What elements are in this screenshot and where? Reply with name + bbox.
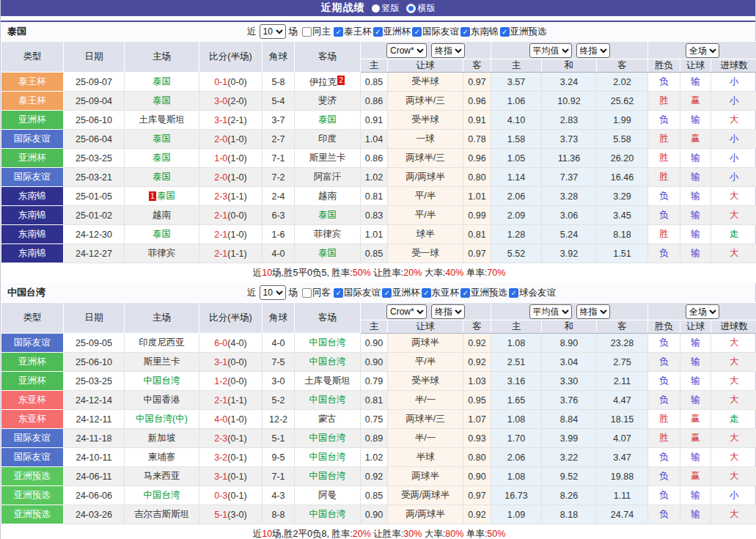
competition-badge: 国际友谊 [1, 334, 64, 353]
final-odds-select[interactable]: 终指 [431, 304, 465, 319]
odds-home: 0.85 [361, 244, 388, 263]
match-date: 24-06-11 [64, 467, 125, 486]
checkbox-checked-icon[interactable] [460, 27, 470, 37]
avg-home: 16.73 [491, 486, 542, 505]
filter-competition-checkbox[interactable]: 亚洲预选 [500, 26, 547, 38]
checkbox-checked-icon[interactable] [422, 288, 431, 298]
odds-handicap: 受半球 [388, 111, 463, 130]
filter-competition-checkbox[interactable]: 亚洲杯 [373, 26, 411, 38]
avg-away: 2.75 [597, 353, 648, 372]
filter-competition-checkbox[interactable]: 球会友谊 [509, 287, 556, 299]
odds-handicap: 受半球 [388, 372, 463, 391]
radio-horizontal-label: 横版 [418, 2, 436, 15]
summary-text: 单率: [463, 268, 487, 278]
result-winlose: 胜 [648, 410, 680, 429]
recent-count-select[interactable]: 10 [260, 285, 286, 300]
competition-badge: 国际友谊 [1, 448, 64, 467]
home-team: 1泰国 [125, 187, 199, 206]
checkbox-checked-icon[interactable] [500, 27, 510, 37]
fulltime-select[interactable]: 全场 [686, 304, 719, 319]
avg-draw: 3.22 [542, 448, 597, 467]
radio-checked-icon[interactable] [406, 4, 416, 13]
result-handicap: 输 [680, 372, 711, 391]
layout-radio-horizontal[interactable]: 横版 [406, 2, 436, 15]
results-table: 类型 日期 主场 比分(半场) 角球 客场 Crow*终指 平均值终指 全场 [1, 41, 756, 283]
final-odds-select-2[interactable]: 终指 [576, 304, 610, 319]
odds-away: 1.07 [463, 410, 491, 429]
avg-home: 5.52 [491, 244, 542, 263]
odds-away: 0.92 [463, 505, 491, 524]
corners: 2-4 [263, 187, 295, 206]
filter-competition-checkbox[interactable]: 东亚杯 [422, 287, 460, 299]
summary-text: 50% [353, 268, 371, 278]
checkbox-checked-icon[interactable] [509, 288, 518, 298]
competition-badge: 亚洲预选 [1, 467, 64, 486]
match-date: 25-06-10 [64, 111, 125, 130]
filter-competition-checkbox[interactable]: 东南锦 [460, 26, 499, 38]
bookmaker-select[interactable]: Crow* [386, 304, 427, 319]
checkbox-unchecked-icon[interactable] [302, 288, 312, 298]
same-venue-checkbox[interactable]: 同客 [302, 287, 331, 299]
filter-competition-checkbox[interactable]: 泰王杯 [334, 26, 372, 38]
avg-home: 2.09 [491, 206, 542, 225]
checkbox-checked-icon[interactable] [334, 288, 343, 298]
result-winlose: 负 [648, 206, 680, 225]
checkbox-checked-icon[interactable] [460, 288, 470, 298]
avg-home: 3.16 [491, 372, 542, 391]
rank-marker: 1 [149, 191, 156, 201]
fulltime-select[interactable]: 全场 [686, 43, 719, 58]
filter-competition-checkbox[interactable]: 亚洲杯 [382, 287, 420, 299]
checkbox-checked-icon[interactable] [382, 288, 392, 298]
col-date: 日期 [64, 42, 125, 73]
result-handicap: 输 [680, 353, 711, 372]
col-home: 主场 [125, 303, 199, 334]
result-goals: 小 [711, 168, 756, 187]
result-winlose: 负 [648, 486, 680, 505]
layout-radio-vertical[interactable]: 竖版 [372, 2, 400, 15]
avg-away: 1.99 [597, 111, 648, 130]
match-row: 东南锦25-01-051泰国2-3(1-1)2-4越南0.81平/半1.012.… [1, 187, 756, 206]
avg-away: 1.51 [597, 244, 648, 263]
radio-unchecked-icon[interactable] [372, 4, 380, 12]
match-row: 亚洲杯25-03-25中国台湾1-2(0-0)3-0土库曼斯坦0.79受半球1.… [1, 372, 756, 391]
avg-draw: 3.76 [542, 391, 597, 410]
result-winlose: 负 [648, 372, 680, 391]
filter-competition-checkbox[interactable]: 亚洲预选 [460, 287, 507, 299]
match-date: 25-09-04 [64, 92, 125, 111]
competition-badge: 东亚杯 [1, 391, 64, 410]
filter-competition-checkbox[interactable]: 国际友谊 [412, 26, 459, 38]
bookmaker-select[interactable]: Crow* [386, 43, 427, 58]
checkbox-checked-icon[interactable] [334, 27, 343, 37]
checkbox-checked-icon[interactable] [412, 27, 422, 37]
same-venue-checkbox[interactable]: 同主 [302, 26, 331, 38]
summary-text: 大率: [422, 268, 445, 278]
filter-competition-checkbox[interactable]: 国际友谊 [334, 287, 381, 299]
avg-draw: 5.24 [542, 225, 597, 244]
checkbox-unchecked-icon[interactable] [302, 27, 312, 37]
checkbox-checked-icon[interactable] [373, 27, 383, 37]
result-winlose: 胜 [648, 168, 680, 187]
average-select[interactable]: 平均值 [529, 304, 572, 319]
section-summary: 近10场,胜5平0负5, 胜率:50% 让胜率:20% 大率:40% 单率:70… [1, 263, 756, 284]
odds-handicap: 两球半/三 [388, 149, 463, 168]
sub-home: 主 [361, 320, 388, 334]
recent-count-select[interactable]: 10 [260, 24, 286, 39]
final-odds-select[interactable]: 终指 [431, 43, 465, 58]
away-team: 中国台湾 [295, 429, 361, 448]
odds-home: 0.90 [361, 353, 388, 372]
corners: 5-1 [263, 429, 295, 448]
avg-draw: 3.06 [542, 206, 597, 225]
sub-avg-away: 客 [597, 320, 648, 334]
competition-badge: 泰王杯 [1, 92, 64, 111]
odds-home: 0.81 [361, 391, 388, 410]
corners: 4-0 [263, 244, 295, 263]
average-select[interactable]: 平均值 [529, 43, 572, 58]
avg-draw: 3.99 [542, 429, 597, 448]
final-odds-select-2[interactable]: 终指 [576, 43, 610, 58]
home-team: 印度尼西亚 [125, 334, 199, 353]
result-goals: 走 [711, 225, 756, 244]
avg-home: 1.28 [491, 225, 542, 244]
corners: 6-3 [263, 206, 295, 225]
avg-away: 2.02 [597, 73, 648, 92]
result-goals: 大 [711, 391, 756, 410]
